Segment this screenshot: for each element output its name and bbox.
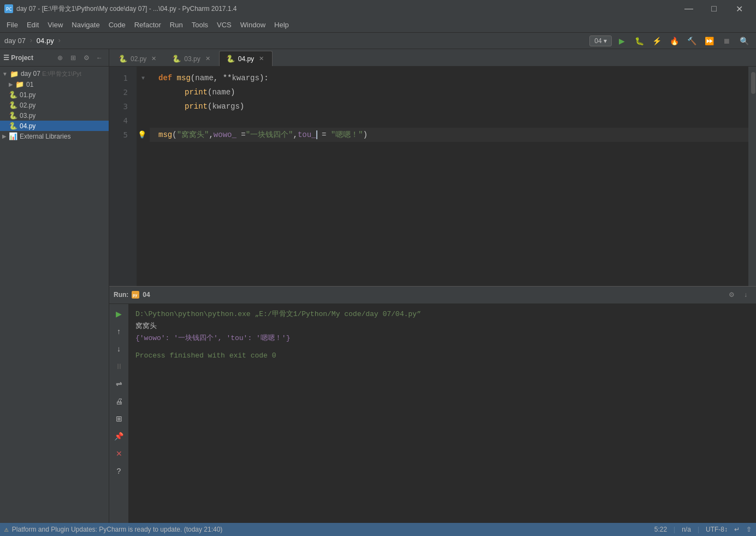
code-line-4: [150, 114, 748, 128]
coverage-button[interactable]: ⚡: [649, 34, 664, 47]
str-yikuai: "一块钱四个": [246, 128, 293, 142]
tree-item-ext-libs[interactable]: ▶ 📊 External Libraries: [0, 131, 109, 141]
menu-file[interactable]: File: [2, 19, 22, 31]
scroll-down-btn[interactable]: ↓: [111, 341, 127, 356]
menu-vcs[interactable]: VCS: [212, 19, 236, 31]
run-output[interactable]: D:\Python\python\python.exe „E:/甲骨文1/Pyt…: [129, 304, 756, 523]
help-btn[interactable]: ?: [111, 463, 127, 479]
sidebar-icons: ⊕ ⊞ ⚙ ←: [54, 52, 105, 64]
menu-code[interactable]: Code: [104, 19, 130, 31]
menu-tools[interactable]: Tools: [187, 19, 212, 31]
breadcrumb-04py[interactable]: 04.py: [37, 37, 54, 45]
debug-button[interactable]: 🐛: [631, 34, 647, 47]
fold-icon-1[interactable]: ▼: [141, 75, 145, 81]
soft-wrap-btn[interactable]: ⇌: [111, 376, 127, 391]
sidebar-header: ☰ Project ⊕ ⊞ ⚙ ←: [0, 49, 109, 67]
rerun-button[interactable]: ▶: [111, 306, 127, 321]
status-left: ⚠ Platform and Plugin Updates: PyCharm i…: [4, 525, 222, 534]
tab-icon-03py: 🐍: [172, 55, 181, 63]
tab-close-02py[interactable]: ✕: [150, 55, 158, 63]
run-output-path-line: D:\Python\python\python.exe „E:/甲骨文1/Pyt…: [135, 308, 749, 320]
gutter-line-2: 2: [109, 85, 132, 99]
toggle-view-btn[interactable]: ⊞: [111, 411, 127, 426]
tree-label-02py: 02.py: [20, 102, 36, 109]
str-enen: "嗯嗯！": [331, 128, 363, 142]
tab-02py[interactable]: 🐍 02.py ✕: [111, 51, 165, 66]
run-sidebar-controls: ▶ ↑ ↓ ⏸ ⇌ 🖨 ⊞ 📌 ✕ ?: [109, 304, 129, 523]
tree-label-01py: 01.py: [20, 91, 36, 99]
run-output-line1: 窝窝头: [135, 320, 749, 332]
run-close-output-btn[interactable]: ↓: [740, 289, 752, 301]
tab-label-02py: 02.py: [131, 55, 146, 63]
status-linesep[interactable]: ↵: [734, 526, 740, 533]
search-everywhere-button[interactable]: 🔍: [736, 34, 752, 47]
line-number-gutter: 1 2 3 4 5: [109, 67, 137, 286]
nav-bar: day 07 › 04.py › 04 ▾ ▶ 🐛 ⚡ 🔥 🔨 ⏩ ⏹ 🔍: [0, 33, 756, 49]
scrollbar-thumb[interactable]: [751, 72, 755, 94]
tree-label-ext-libs: External Libraries: [20, 133, 70, 140]
tree-item-day07[interactable]: ▼ 📁 day 07 E:\甲骨文1\Pyt: [0, 69, 109, 79]
tab-close-04py[interactable]: ✕: [257, 55, 265, 63]
tree-item-03py[interactable]: 🐍 03.py: [0, 110, 109, 121]
menu-view[interactable]: View: [43, 19, 67, 31]
code-content[interactable]: def msg(name, **kwargs): print(name) pri…: [150, 67, 748, 286]
folder-icon-01: 📁: [15, 80, 24, 88]
menu-refactor[interactable]: Refactor: [130, 19, 166, 31]
run-all-button[interactable]: ⏩: [701, 34, 717, 47]
profile-button[interactable]: 🔥: [666, 34, 682, 47]
fn-print2: print: [185, 99, 208, 114]
status-encoding[interactable]: UTF-8↕: [706, 526, 728, 533]
maximize-button[interactable]: □: [701, 0, 727, 17]
title-bar: PC day 07 - [E:\甲骨文1\Python\My code\day …: [0, 0, 756, 17]
sidebar-add-btn[interactable]: ⊕: [54, 52, 66, 64]
tree-label-01: 01: [26, 81, 33, 88]
py-icon-04py: 🐍: [9, 122, 17, 130]
svg-text:PC: PC: [6, 7, 12, 12]
param-wowo: wowo_: [214, 128, 237, 142]
status-update-icon[interactable]: ⇧: [746, 526, 752, 533]
window-controls: — □ ✕: [676, 0, 752, 17]
tree-item-01[interactable]: ▶ 📁 01: [0, 79, 109, 90]
sidebar-collapse-btn[interactable]: ←: [93, 52, 105, 64]
tree-item-01py[interactable]: 🐍 01.py: [0, 90, 109, 100]
run-button[interactable]: ▶: [614, 34, 629, 47]
close-button[interactable]: ✕: [727, 0, 752, 17]
tab-close-03py[interactable]: ✕: [204, 55, 212, 63]
run-output-spacer: [135, 344, 749, 350]
pause-btn[interactable]: ⏸: [111, 359, 127, 374]
library-icon: 📊: [9, 132, 17, 140]
sidebar-settings-btn[interactable]: ⚙: [80, 52, 92, 64]
run-settings-btn[interactable]: ⚙: [725, 289, 737, 301]
tree-arrow-ext: ▶: [2, 133, 7, 139]
tab-04py[interactable]: 🐍 04.py ✕: [219, 51, 273, 66]
tree-item-04py[interactable]: 🐍 04.py: [0, 121, 109, 131]
status-position[interactable]: 5:22: [654, 526, 667, 533]
tab-03py[interactable]: 🐍 03.py ✕: [165, 51, 218, 66]
sidebar-expand-btn[interactable]: ⊞: [67, 52, 79, 64]
stop-button[interactable]: ⏹: [719, 34, 734, 47]
print-btn[interactable]: 🖨: [111, 394, 127, 409]
right-scroll-gutter[interactable]: [748, 67, 756, 286]
menu-run[interactable]: Run: [166, 19, 187, 31]
status-context: n/a: [682, 526, 691, 533]
breadcrumb-day07[interactable]: day 07: [4, 37, 26, 45]
menu-help[interactable]: Help: [270, 19, 293, 31]
code-editor[interactable]: 1 2 3 4 5 ▼ 💡: [109, 67, 756, 286]
scroll-up-btn[interactable]: ↑: [111, 324, 127, 339]
build-button[interactable]: 🔨: [684, 34, 699, 47]
run-panel: Run: py 04 ⚙ ↓ ▶: [109, 286, 756, 523]
run-path-text: D:\Python\python\python.exe „E:/甲骨文1/Pyt…: [135, 310, 421, 318]
close-run-btn[interactable]: ✕: [111, 446, 127, 461]
run-config-selector[interactable]: 04 ▾: [589, 35, 612, 46]
tree-item-02py[interactable]: 🐍 02.py: [0, 100, 109, 110]
menu-window[interactable]: Window: [236, 19, 270, 31]
sidebar-tree: ▼ 📁 day 07 E:\甲骨文1\Pyt ▶ 📁 01 🐍 01.py 🐍 …: [0, 67, 109, 523]
menu-edit[interactable]: Edit: [22, 19, 43, 31]
minimize-button[interactable]: —: [676, 0, 701, 17]
hint-bulb-icon[interactable]: 💡: [138, 130, 146, 139]
project-sidebar: ☰ Project ⊕ ⊞ ⚙ ← ▼ 📁 day 07 E:\甲骨文1\Pyt…: [0, 49, 109, 523]
menu-navigate[interactable]: Navigate: [67, 19, 104, 31]
status-bar: ⚠ Platform and Plugin Updates: PyCharm i…: [0, 523, 756, 536]
pin-btn[interactable]: 📌: [111, 428, 127, 444]
folder-icon-day07: 📁: [10, 70, 19, 78]
